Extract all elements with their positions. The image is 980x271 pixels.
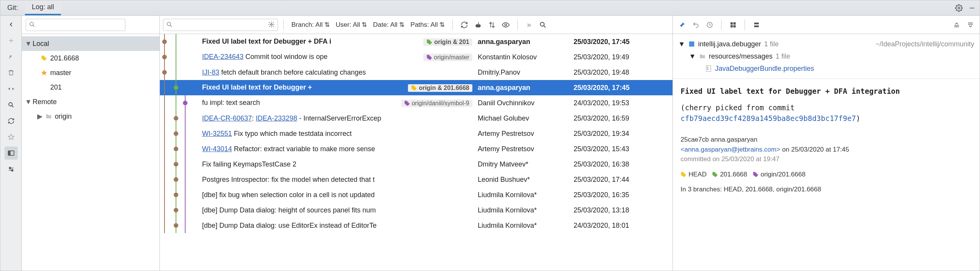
filter-date[interactable]: Date: All ⇅	[371, 21, 407, 29]
ref-tag[interactable]: origin/daniil/symbol-9	[401, 100, 472, 107]
graph-cell	[160, 202, 202, 218]
commit-row[interactable]: WI-32551 Fix typo which made testdata in…	[160, 126, 673, 141]
module-row[interactable]: ▼ intellij.java.debugger 1 file ~/IdeaPr…	[678, 38, 974, 50]
issue-link[interactable]: IDEA-233298	[256, 114, 297, 122]
minimize-icon[interactable]	[967, 3, 977, 13]
file-row[interactable]: JavaDebuggerBundle.properties	[678, 62, 974, 75]
tab-log[interactable]: Log: all	[25, 0, 61, 15]
chevron-down-icon: ▼	[678, 40, 685, 48]
tree-node-remote[interactable]: ▼ Remote	[22, 95, 159, 109]
issue-link[interactable]: IDEA-234643	[202, 53, 243, 60]
commit-message: WI-32551 Fix typo which made testdata in…	[202, 130, 478, 138]
search-tree-icon[interactable]	[5, 98, 18, 111]
ref-tag[interactable]: origin & 201	[423, 38, 472, 46]
undo-icon[interactable]	[690, 19, 702, 31]
svg-rect-84	[754, 25, 759, 27]
folder-row[interactable]: ▼ resources/messages 1 file	[678, 50, 974, 62]
branches-panel: ▼ Local 201.6668 master 201 ▼ Remot	[22, 16, 160, 271]
commit-row[interactable]: Fixed UI label text for Debugger + origi…	[160, 80, 673, 95]
eye-icon[interactable]	[500, 19, 512, 31]
graph-cell	[160, 95, 202, 111]
star-filled-icon	[40, 69, 48, 76]
issue-link[interactable]: IDEA-CR-60637	[202, 114, 252, 122]
commit-row[interactable]: IJI-83 fetch default branch before calcu…	[160, 65, 673, 80]
commit-author: Dmitriy.Panov	[478, 69, 574, 77]
svg-point-37	[162, 70, 167, 75]
svg-point-23	[505, 24, 506, 26]
svg-point-65	[174, 177, 178, 182]
commit-date: 25/03/2020, 13:18	[574, 206, 673, 214]
refresh-tree-icon[interactable]	[5, 114, 18, 127]
back-icon[interactable]	[5, 18, 18, 31]
expand-all-icon[interactable]	[950, 19, 963, 31]
commit-row[interactable]: [dbe] Dump Data dialog: height of source…	[160, 202, 673, 218]
expand-icon[interactable]	[750, 19, 763, 31]
branches-line: In 3 branches: HEAD, 201.6668, origin/20…	[681, 184, 972, 194]
filter-paths[interactable]: Paths: All ⇅	[408, 21, 447, 29]
commit-author: Michael Golubev	[478, 114, 574, 122]
compare-icon[interactable]	[5, 82, 18, 95]
svg-point-18	[271, 23, 273, 25]
commit-message: IJI-83 fetch default branch before calcu…	[202, 69, 478, 77]
branch-item[interactable]: 201.6668	[22, 51, 159, 65]
branch-label: master	[50, 69, 71, 77]
commit-date: 25/03/2020, 16:38	[574, 160, 673, 168]
commit-row[interactable]: Fixed UI label text for Debugger + DFA i…	[160, 34, 673, 49]
commit-row[interactable]: Fix failing KeymapsTestCase 2Dmitry Matv…	[160, 157, 673, 172]
commit-date: 25/03/2020, 16:59	[574, 114, 673, 122]
left-gutter	[0, 16, 22, 271]
ref-tag[interactable]: origin & 201.6668	[408, 84, 472, 92]
search-icon	[29, 21, 36, 28]
log-search-input[interactable]	[163, 19, 278, 31]
svg-line-25	[544, 26, 546, 28]
log-panel: Branch: All ⇅ User: All ⇅ Date: All ⇅ Pa…	[160, 16, 673, 271]
tab-git[interactable]: Git:	[0, 0, 25, 15]
chevron-down-icon: ▼	[25, 98, 30, 106]
cherrypick-icon[interactable]	[472, 19, 484, 31]
svg-point-16	[167, 22, 171, 26]
commit-message: WI-43014 Refactor: extract variable to m…	[202, 145, 478, 153]
issue-link[interactable]: IJI-83	[202, 69, 219, 76]
add-icon[interactable]	[5, 34, 18, 47]
graph-cell	[160, 49, 202, 65]
commit-date: 25/03/2020, 16:35	[574, 191, 673, 199]
filter-user[interactable]: User: All ⇅	[334, 21, 370, 29]
svg-rect-81	[730, 25, 733, 27]
commit-row[interactable]: [dbe] fix bug when selection color in a …	[160, 187, 673, 202]
checkout-icon[interactable]	[5, 50, 18, 63]
star-icon[interactable]	[5, 131, 18, 144]
gear-icon[interactable]	[954, 3, 964, 13]
filter-branch[interactable]: Branch: All ⇅	[289, 21, 332, 29]
find-icon[interactable]	[537, 19, 549, 31]
commit-row[interactable]: [dbe] Dump Data dialog: use EditorEx ins…	[160, 218, 673, 233]
top-tabstrip: Git: Log: all	[0, 0, 980, 16]
collapse-all-icon[interactable]	[964, 19, 977, 31]
more-icon[interactable]: »	[523, 19, 535, 31]
commit-row[interactable]: fu impl: text searchorigin/daniil/symbol…	[160, 95, 673, 111]
commit-row[interactable]: IDEA-234643 Commit tool window is opeori…	[160, 49, 673, 65]
commit-row[interactable]: Postgres Introspector: fix the model whe…	[160, 172, 673, 187]
commit-row[interactable]: WI-43014 Refactor: extract variable to m…	[160, 141, 673, 157]
issue-link[interactable]: WI-43014	[202, 145, 232, 153]
toggle-panel-icon[interactable]	[5, 147, 18, 160]
group-icon[interactable]	[727, 19, 739, 31]
branch-item[interactable]: master	[22, 65, 159, 80]
commit-row[interactable]: IDEA-CR-60637: IDEA-233298 - InternalSer…	[160, 111, 673, 126]
branch-item[interactable]: 201	[22, 80, 159, 95]
history-icon[interactable]	[704, 19, 716, 31]
tree-node-local[interactable]: ▼ Local	[22, 36, 159, 51]
ref-tag[interactable]: origin/master	[423, 54, 472, 61]
remote-item[interactable]: ▶ origin	[22, 109, 159, 124]
delete-icon[interactable]	[5, 66, 18, 79]
push-icon[interactable]	[486, 19, 498, 31]
commit-hash-link[interactable]: cfb79aecd39cf4289a1459ba8ec9b8d3bc17f9e7	[681, 114, 856, 122]
pin-icon[interactable]	[676, 19, 688, 31]
branch-search-input[interactable]	[26, 19, 125, 31]
settings-tree-icon[interactable]	[5, 163, 18, 176]
refresh-icon[interactable]	[458, 19, 470, 31]
search-options-icon[interactable]	[268, 21, 275, 28]
author-email-link[interactable]: <anna.gasparyan@jetbrains.com>	[681, 146, 780, 153]
issue-link[interactable]: WI-32551	[202, 130, 232, 137]
svg-point-57	[174, 147, 178, 151]
svg-rect-91	[707, 67, 708, 68]
